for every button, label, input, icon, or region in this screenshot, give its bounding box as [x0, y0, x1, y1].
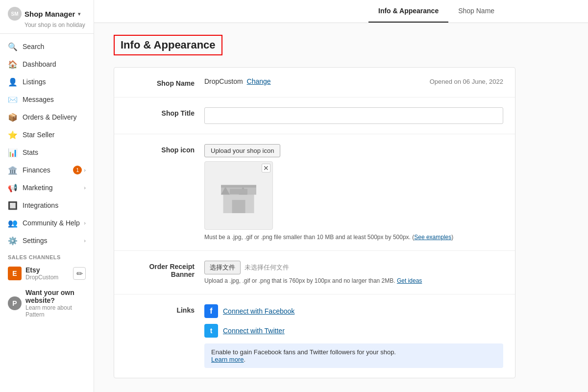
shop-title-label: Shop Title: [126, 107, 195, 117]
svg-rect-1: [232, 200, 245, 213]
svg-rect-7: [230, 189, 247, 195]
arrow-icon-settings: ›: [84, 238, 86, 244]
sidebar-item-stats[interactable]: 📊 Stats: [0, 144, 94, 161]
sidebar-label-listings: Listings: [23, 78, 86, 86]
content-area: Info & Appearance Shop Name DropCustom C…: [94, 23, 535, 392]
stats-icon: 📊: [8, 147, 18, 157]
sidebar-item-search[interactable]: 🔍 Search: [0, 38, 94, 55]
twitter-link[interactable]: Connect with Twitter: [223, 327, 285, 335]
community-icon: 👥: [8, 218, 18, 228]
channel-icon-pattern: P: [8, 296, 22, 310]
upload-hint: Upload a .jpg, .gif or .png that is 760p…: [204, 277, 503, 284]
channel-item-etsy[interactable]: E Etsy DropCustom ✏: [0, 262, 94, 285]
learn-more-link[interactable]: Learn more: [211, 356, 244, 363]
sidebar-item-listings[interactable]: 👤 Listings: [0, 73, 94, 91]
channel-info-pattern: Want your own website? Learn more about …: [25, 289, 86, 318]
settings-icon: ⚙️: [8, 236, 18, 245]
channel-name-pattern: Want your own website?: [25, 289, 86, 304]
upload-icon-button[interactable]: Upload your shop icon: [204, 144, 280, 157]
shop-name-row: Shop Name DropCustom Change Opened on 06…: [114, 68, 515, 98]
badge-finances: 1: [73, 166, 82, 174]
sidebar-label-marketing: Marketing: [23, 184, 84, 192]
shop-title-row: Shop Title: [114, 98, 515, 134]
channel-sub-pattern: Learn more about Pattern: [25, 304, 86, 318]
shop-title-content: [204, 107, 503, 124]
change-link[interactable]: Change: [247, 77, 271, 85]
sidebar-item-dashboard[interactable]: 🏠 Dashboard: [0, 55, 94, 73]
sidebar-label-messages: Messages: [23, 96, 86, 103]
sidebar-item-orders[interactable]: 📦 Orders & Delivery: [0, 108, 94, 126]
integrations-icon: 🔲: [8, 200, 18, 210]
sidebar-item-community[interactable]: 👥 Community & Help ›: [0, 214, 94, 232]
shop-manager-title[interactable]: SM Shop Manager ▾: [8, 7, 86, 21]
sidebar-item-integrations[interactable]: 🔲 Integrations: [0, 196, 94, 214]
channel-sub-etsy: DropCustom: [25, 274, 73, 281]
links-content: f Connect with Facebook t Connect with T…: [204, 304, 503, 368]
social-hint: Enable to gain Facebook fans and Twitter…: [211, 348, 396, 356]
sidebar-item-finances[interactable]: 🏛️ Finances 1 ›: [0, 161, 94, 179]
messages-icon: ✉️: [8, 95, 18, 104]
arrow-icon-community: ›: [84, 220, 86, 226]
sidebar-label-dashboard: Dashboard: [23, 60, 86, 68]
no-file-text: 未选择任何文件: [245, 263, 289, 272]
see-examples-link[interactable]: See examples: [414, 234, 451, 241]
sidebar-item-star-seller[interactable]: ⭐ Star Seller: [0, 126, 94, 144]
facebook-icon: f: [204, 304, 218, 318]
tab-info-appearance[interactable]: Info & Appearance: [368, 0, 448, 23]
shop-icon-label: Shop icon: [126, 144, 195, 154]
tabs-bar: Info & AppearanceShop Name: [94, 0, 588, 23]
orders-icon: 📦: [8, 112, 18, 122]
twitter-icon: t: [204, 324, 218, 338]
shop-status: Your shop is on holiday: [24, 22, 86, 28]
info-appearance-card: Shop Name DropCustom Change Opened on 06…: [114, 67, 515, 378]
links-label: Links: [126, 304, 195, 314]
social-info-box: Enable to gain Facebook fans and Twitter…: [204, 343, 503, 368]
links-row: Links f Connect with Facebook t Connect …: [114, 294, 515, 378]
shop-name-value: DropCustom: [204, 77, 243, 85]
close-icon[interactable]: ✕: [262, 164, 270, 172]
tab-shop-name[interactable]: Shop Name: [448, 0, 504, 23]
shop-icon-row: Shop icon Upload your shop icon ✕: [114, 134, 515, 251]
channel-name-etsy: Etsy: [25, 266, 73, 274]
finances-icon: 🏛️: [8, 165, 18, 175]
channel-item-pattern[interactable]: P Want your own website? Learn more abou…: [0, 285, 94, 322]
order-receipt-label: Order Receipt Banner: [126, 261, 195, 278]
arrow-icon-finances: ›: [84, 167, 86, 173]
shop-name-content: DropCustom Change Opened on 06 June, 202…: [204, 77, 503, 85]
get-ideas-link[interactable]: Get ideas: [397, 277, 422, 284]
sidebar-label-finances: Finances: [23, 166, 73, 174]
shop-name-label: Shop Name: [126, 77, 195, 87]
main-content: Info & AppearanceShop Name Info & Appear…: [94, 0, 588, 392]
sidebar-item-settings[interactable]: ⚙️ Settings ›: [0, 232, 94, 249]
svg-rect-8: [221, 185, 256, 187]
facebook-row: f Connect with Facebook: [204, 304, 503, 318]
channel-info-etsy: Etsy DropCustom: [25, 266, 73, 281]
dashboard-icon: 🏠: [8, 59, 18, 69]
sidebar-nav: 🔍 Search 🏠 Dashboard 👤 Listings ✉️ Messa…: [0, 34, 94, 392]
star-seller-icon: ⭐: [8, 130, 18, 140]
order-receipt-row: Order Receipt Banner 选择文件 未选择任何文件 Upload…: [114, 251, 515, 294]
store-icon: [217, 173, 261, 218]
shop-icon-preview: ✕: [204, 161, 273, 230]
sidebar: SM Shop Manager ▾ Your shop is on holida…: [0, 0, 94, 392]
channel-edit-etsy[interactable]: ✏: [73, 267, 86, 280]
icon-hint: Must be a .jpg, .gif or .png file smalle…: [204, 234, 503, 241]
sidebar-label-orders: Orders & Delivery: [23, 113, 86, 121]
channel-icon-etsy: E: [8, 267, 22, 280]
sidebar-item-messages[interactable]: ✉️ Messages: [0, 91, 94, 108]
sales-channels-label: SALES CHANNELS: [0, 249, 94, 262]
sidebar-label-settings: Settings: [23, 237, 84, 245]
shop-icon-content: Upload your shop icon ✕: [204, 144, 503, 241]
listings-icon: 👤: [8, 77, 18, 87]
facebook-link[interactable]: Connect with Facebook: [223, 307, 294, 315]
marketing-icon: 📢: [8, 183, 18, 193]
opened-date: Opened on 06 June, 2022: [430, 78, 503, 85]
shop-title-input[interactable]: [204, 107, 503, 124]
sidebar-label-stats: Stats: [23, 148, 86, 156]
sidebar-label-star-seller: Star Seller: [23, 131, 86, 139]
shop-manager-label: Shop Manager: [24, 10, 75, 18]
choose-file-button[interactable]: 选择文件: [204, 261, 241, 274]
arrow-icon-marketing: ›: [84, 185, 86, 191]
sidebar-item-marketing[interactable]: 📢 Marketing ›: [0, 179, 94, 196]
page-title: Info & Appearance: [114, 35, 222, 55]
